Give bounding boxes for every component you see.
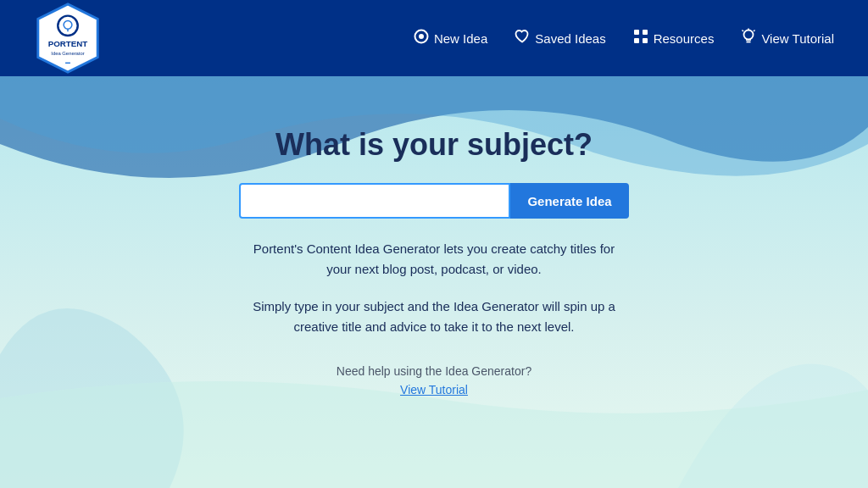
nav-view-tutorial[interactable]: View Tutorial xyxy=(741,28,834,49)
portent-logo: PORTENT Idea Generator xyxy=(34,1,102,75)
nav-new-idea[interactable]: New Idea xyxy=(414,29,487,48)
logo-container: PORTENT Idea Generator xyxy=(34,1,102,75)
svg-point-8 xyxy=(419,34,424,39)
svg-point-13 xyxy=(744,30,754,39)
nav-saved-ideas[interactable]: Saved Ideas xyxy=(515,30,605,47)
svg-line-18 xyxy=(754,30,755,31)
tutorial-link[interactable]: View Tutorial xyxy=(400,383,468,396)
lightbulb-icon xyxy=(741,28,756,49)
page-title: What is your subject? xyxy=(275,127,593,163)
svg-text:PORTENT: PORTENT xyxy=(48,39,88,48)
grid-icon xyxy=(633,29,648,48)
svg-text:Idea Generator: Idea Generator xyxy=(51,51,84,56)
header: PORTENT Idea Generator New Idea Saved Id… xyxy=(0,0,868,76)
wave-container: What is your subject? Generate Idea Port… xyxy=(0,76,868,488)
help-text: Need help using the Idea Generator? xyxy=(337,364,531,378)
circle-nav-icon xyxy=(414,29,429,48)
heart-icon xyxy=(515,30,530,47)
description-1: Portent's Content Idea Generator lets yo… xyxy=(248,239,620,280)
svg-rect-12 xyxy=(643,38,648,43)
svg-rect-10 xyxy=(643,30,648,35)
main-content: What is your subject? Generate Idea Port… xyxy=(0,76,868,488)
input-row: Generate Idea xyxy=(239,183,628,219)
nav-resources[interactable]: Resources xyxy=(633,29,715,48)
svg-line-17 xyxy=(743,30,744,31)
svg-rect-9 xyxy=(634,30,639,35)
svg-rect-11 xyxy=(634,38,639,43)
nav-links: New Idea Saved Ideas Resources View Tuto… xyxy=(414,28,834,49)
description-2: Simply type in your subject and the Idea… xyxy=(248,297,620,337)
subject-input[interactable] xyxy=(239,183,510,219)
generate-idea-button[interactable]: Generate Idea xyxy=(510,183,628,219)
